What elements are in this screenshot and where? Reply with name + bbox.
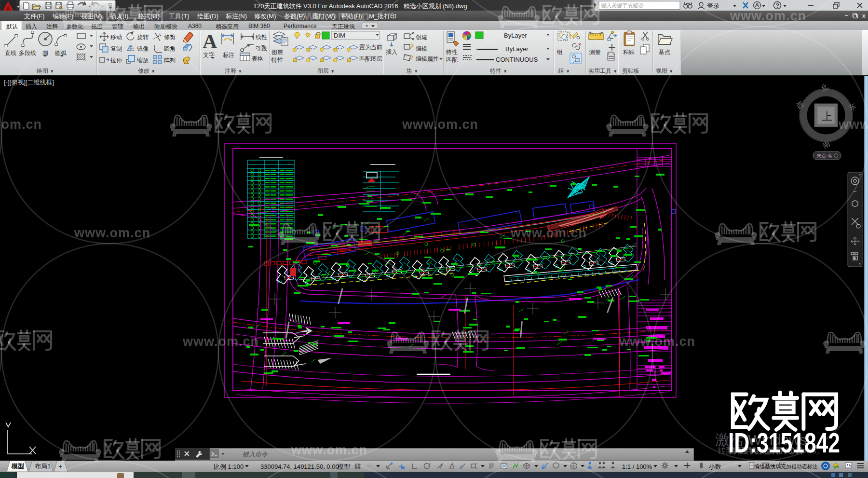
svg-text:模型: 模型 — [337, 463, 350, 470]
svg-text:比例 1:100: 比例 1:100 — [214, 463, 244, 470]
svg-text:330094.74, 149121.50, 0.00: 330094.74, 149121.50, 0.00 — [260, 463, 339, 470]
svg-text:上: 上 — [822, 110, 832, 123]
svg-text:小数: 小数 — [708, 463, 721, 470]
svg-text:模型: 模型 — [11, 463, 24, 470]
svg-text:1:1 / 100%: 1:1 / 100% — [622, 463, 652, 470]
svg-text:未命名: 未命名 — [816, 153, 832, 159]
svg-text:+: + — [58, 463, 62, 470]
svg-text:编组基线填充加粗动态标注: 编组基线填充加粗动态标注 — [754, 464, 818, 469]
svg-text:布局1: 布局1 — [34, 463, 51, 470]
